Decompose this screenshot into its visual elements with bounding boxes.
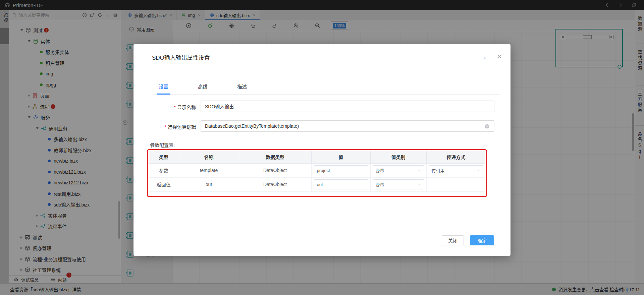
clear-field-icon[interactable] <box>484 124 490 129</box>
table-header-值类别: 值类别 <box>370 151 426 163</box>
table-header-值: 值 <box>311 151 370 163</box>
logic-select-label: *选择运算逻辑 <box>152 123 196 130</box>
value-category-select[interactable]: 变量 <box>373 179 424 189</box>
dialog-tab-设置[interactable]: 设置 <box>157 80 170 95</box>
table-header-数据类型: 数据类型 <box>239 151 311 163</box>
param-name-cell: out <box>179 177 239 191</box>
dialog-tabs: 设置高级描述 <box>153 80 500 95</box>
param-value-input[interactable] <box>314 179 368 189</box>
close-icon[interactable] <box>497 54 502 59</box>
table-header-名称: 名称 <box>179 151 239 163</box>
required-mark: * <box>165 124 166 130</box>
dialog-title: SDO输入输出属性设置 <box>152 53 210 61</box>
sdo-io-properties-dialog: SDO输入输出属性设置 设置高级描述 *显示名称 *选择运算逻辑 参数配置表: … <box>133 44 511 256</box>
param-value-input[interactable] <box>314 165 368 175</box>
param-row-out: 返回值outDataObject变量 <box>149 177 485 191</box>
dialog-tab-描述[interactable]: 描述 <box>235 80 249 94</box>
table-header-传递方式: 传递方式 <box>426 151 485 163</box>
fullscreen-icon[interactable] <box>483 54 489 60</box>
passing-mode-cell: 传引用 <box>426 163 485 177</box>
param-datatype-cell: DataObject <box>239 163 311 177</box>
logic-select-input[interactable] <box>201 120 494 132</box>
select-value: 传引用 <box>432 167 445 174</box>
param-value-cell <box>311 163 370 177</box>
close-button[interactable]: 关闭 <box>442 235 464 245</box>
param-table-label: 参数配置表: <box>150 141 175 148</box>
required-mark: * <box>174 105 176 110</box>
value-category-cell: 变量 <box>370 163 426 177</box>
passing-mode-cell <box>426 177 485 191</box>
chevron-down-icon <box>417 168 421 172</box>
param-value-cell <box>311 177 370 191</box>
param-name-cell: template <box>179 163 239 177</box>
primeton-ide-window: Primeton-IDE 资源 AI 测试!实体服务集实体租户管理imgopgg… <box>0 0 644 295</box>
display-name-input[interactable] <box>201 101 494 112</box>
param-row-template: 参数templateDataObject变量传引用 <box>149 163 485 177</box>
passing-mode-select[interactable]: 传引用 <box>429 165 484 175</box>
select-value: 变量 <box>376 167 384 174</box>
param-datatype-cell: DataObject <box>239 177 311 191</box>
confirm-button[interactable]: 确定 <box>470 235 494 245</box>
chevron-down-icon <box>417 182 421 186</box>
value-category-cell: 变量 <box>370 177 426 191</box>
select-value: 变量 <box>376 181 384 188</box>
param-type-cell: 参数 <box>149 163 179 177</box>
chevron-down-icon <box>476 168 480 172</box>
display-name-label: *显示名称 <box>152 104 196 110</box>
value-category-select[interactable]: 变量 <box>373 165 424 175</box>
table-header-类型: 类型 <box>149 151 179 163</box>
param-config-table: 类型名称数据类型值值类别传递方式 参数templateDataObject变量传… <box>149 151 485 192</box>
param-type-cell: 返回值 <box>149 177 179 191</box>
dialog-tab-高级[interactable]: 高级 <box>196 80 210 94</box>
